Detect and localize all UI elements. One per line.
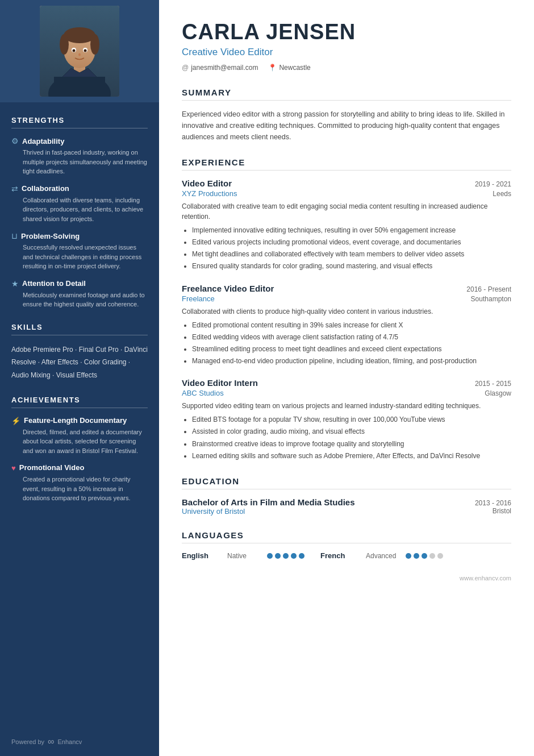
contact-row: @ janesmith@email.com 📍 Newcastle xyxy=(182,64,511,72)
experience-item-3: Video Editor Intern 2015 - 2015 ABC Stud… xyxy=(182,378,511,462)
languages-section: LANGUAGES English Native French Advanced xyxy=(182,530,511,560)
skills-title: SKILLS xyxy=(11,323,148,335)
job-company-1: XYZ Productions xyxy=(182,189,237,198)
education-item-1: Bachelor of Arts in Film and Media Studi… xyxy=(182,497,511,516)
achievement-promo-video: ♥ Promotional Video Created a promotiona… xyxy=(11,463,148,503)
email-icon: @ xyxy=(182,64,189,72)
strengths-section: STRENGTHS ⚙ Adaptability Thrived in fast… xyxy=(11,116,148,309)
experience-item-2: Freelance Video Editor 2016 - Present Fr… xyxy=(182,284,511,367)
experience-item-1: Video Editor 2019 - 2021 XYZ Productions… xyxy=(182,178,511,272)
summary-title: SUMMARY xyxy=(182,88,511,101)
edu-dates-1: 2013 - 2016 xyxy=(475,499,511,507)
achievement-documentary: ⚡ Feature-Length Documentary Directed, f… xyxy=(11,416,148,456)
profile-photo xyxy=(40,6,119,97)
bullet-item: Assisted in color grading, audio mixing,… xyxy=(192,426,511,437)
job-dates-3: 2015 - 2015 xyxy=(475,380,511,388)
lang-dots-french xyxy=(406,553,443,559)
candidate-title: Creative Video Editor xyxy=(182,47,511,58)
email-contact: @ janesmith@email.com xyxy=(182,64,258,72)
skills-section: SKILLS Adobe Premiere Pro · Final Cut Pr… xyxy=(11,323,148,382)
dot xyxy=(283,553,289,559)
main-content: CARLA JENSEN Creative Video Editor @ jan… xyxy=(159,0,534,756)
bullet-item: Streamlined editing process to meet tigh… xyxy=(192,344,511,355)
svg-point-7 xyxy=(90,34,99,55)
main-header: CARLA JENSEN Creative Video Editor @ jan… xyxy=(182,20,511,72)
main-footer: www.enhancv.com xyxy=(182,575,511,581)
achievement-documentary-title: Feature-Length Documentary xyxy=(24,416,127,425)
dot xyxy=(267,553,273,559)
bullet-item: Edited BTS footage for a popular TV show… xyxy=(192,414,511,425)
bullet-item: Edited various projects including promot… xyxy=(192,237,511,248)
dot xyxy=(299,553,304,559)
strength-attention-detail: ★ Attention to Detail Meticulously exami… xyxy=(11,279,148,309)
location-contact: 📍 Newcastle xyxy=(268,64,310,72)
dot xyxy=(291,553,297,559)
bullet-item: Implemented innovative editing technique… xyxy=(192,225,511,236)
job-location-1: Leeds xyxy=(493,190,511,198)
bullet-item: Edited promotional content resulting in … xyxy=(192,320,511,331)
dot xyxy=(275,553,281,559)
bolt-icon: ⚡ xyxy=(11,417,20,425)
lang-level-english: Native xyxy=(227,552,267,560)
collaboration-icon: ⇄ xyxy=(11,184,18,193)
bullet-item: Brainstormed creative ideas to improve f… xyxy=(192,439,511,450)
dot xyxy=(406,553,411,559)
experience-title: EXPERIENCE xyxy=(182,157,511,171)
strength-adaptability-title: Adaptability xyxy=(22,137,64,146)
edu-school-1: University of Bristol xyxy=(182,507,245,516)
candidate-name: CARLA JENSEN xyxy=(182,20,511,44)
bullet-item: Learned editing skills and software such… xyxy=(192,451,511,462)
dot xyxy=(437,553,443,559)
svg-point-6 xyxy=(60,34,69,55)
strength-problem-solving: ⊔ Problem-Solving Successfully resolved … xyxy=(11,231,148,271)
achievements-section: ACHIEVEMENTS ⚡ Feature-Length Documentar… xyxy=(11,396,148,503)
enhancv-label: Enhancv xyxy=(58,738,82,745)
location-value: Newcastle xyxy=(279,64,310,72)
bullet-item: Managed end-to-end video production pipe… xyxy=(192,356,511,367)
language-row-english: English Native French Advanced xyxy=(182,551,511,560)
bullet-item: Edited wedding videos with average clien… xyxy=(192,332,511,343)
dot xyxy=(422,553,427,559)
strength-collaboration-title: Collaboration xyxy=(22,184,69,193)
strength-adaptability: ⚙ Adaptability Thrived in fast-paced ind… xyxy=(11,136,148,176)
strength-problem-solving-desc: Successfully resolved unexpected issues … xyxy=(11,243,148,271)
job-bullets-3: Edited BTS footage for a popular TV show… xyxy=(182,414,511,462)
email-value: janesmith@email.com xyxy=(191,64,258,72)
education-section: EDUCATION Bachelor of Arts in Film and M… xyxy=(182,476,511,516)
job-title-3: Video Editor Intern xyxy=(182,378,258,388)
dot xyxy=(429,553,435,559)
svg-rect-2 xyxy=(54,77,105,97)
strength-attention-detail-desc: Meticulously examined footage and audio … xyxy=(11,290,148,309)
job-dates-1: 2019 - 2021 xyxy=(475,180,511,188)
sidebar-content: STRENGTHS ⚙ Adaptability Thrived in fast… xyxy=(0,102,159,530)
achievements-title: ACHIEVEMENTS xyxy=(11,396,148,408)
job-location-3: Glasgow xyxy=(485,389,511,397)
summary-section: SUMMARY Experienced video editor with a … xyxy=(182,88,511,143)
strength-attention-detail-title: Attention to Detail xyxy=(22,279,86,288)
heart-icon: ♥ xyxy=(11,464,16,472)
bullet-item: Ensured quality standards for color grad… xyxy=(192,261,511,272)
job-bullets-1: Implemented innovative editing technique… xyxy=(182,225,511,272)
edu-degree-1: Bachelor of Arts in Film and Media Studi… xyxy=(182,497,355,507)
achievement-promo-desc: Created a promotional video for charity … xyxy=(11,475,148,503)
summary-text: Experienced video editor with a strong p… xyxy=(182,109,511,143)
website-url: www.enhancv.com xyxy=(460,575,511,581)
dot xyxy=(414,553,419,559)
job-title-2: Freelance Video Editor xyxy=(182,284,274,293)
attention-detail-icon: ★ xyxy=(11,279,19,288)
strengths-title: STRENGTHS xyxy=(11,116,148,128)
achievement-documentary-desc: Directed, filmed, and edited a documenta… xyxy=(11,427,148,456)
job-location-2: Southampton xyxy=(471,295,511,303)
job-desc-3: Supported video editing team on various … xyxy=(182,401,511,411)
edu-location-1: Bristol xyxy=(493,507,511,516)
job-dates-2: 2016 - Present xyxy=(466,285,511,293)
job-bullets-2: Edited promotional content resulting in … xyxy=(182,320,511,367)
skills-list: Adobe Premiere Pro · Final Cut Pro · DaV… xyxy=(11,343,148,382)
lang-name-french: French xyxy=(320,551,366,560)
lang-dots-english xyxy=(267,553,304,559)
svg-point-12 xyxy=(78,53,81,56)
experience-section: EXPERIENCE Video Editor 2019 - 2021 XYZ … xyxy=(182,157,511,462)
lang-level-french: Advanced xyxy=(366,552,406,560)
lang-name-english: English xyxy=(182,551,227,560)
education-title: EDUCATION xyxy=(182,476,511,489)
